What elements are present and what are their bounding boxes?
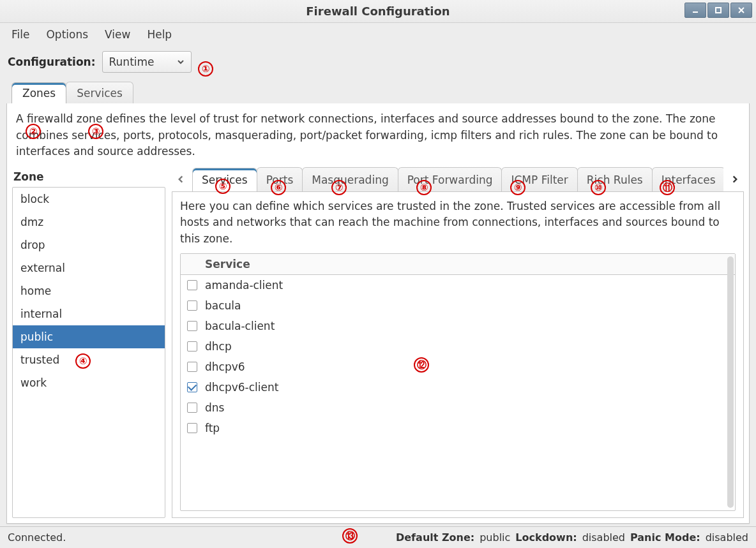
status-lockdown-label: Lockdown:: [515, 531, 577, 544]
main-panel: A firewalld zone defines the level of tr…: [6, 103, 750, 524]
configuration-dropdown[interactable]: Runtime: [102, 51, 192, 73]
zone-item-external[interactable]: external: [13, 256, 165, 279]
service-checkbox[interactable]: [187, 321, 197, 331]
zone-item-internal[interactable]: internal: [13, 302, 165, 325]
scrollbar[interactable]: [727, 256, 734, 508]
statusbar: Connected. Default Zone: public Lockdown…: [0, 526, 756, 548]
zone-list-label: Zone: [12, 167, 165, 187]
inner-tab-port-forwarding[interactable]: Port Forwarding: [398, 167, 503, 191]
menubar: File Options View Help: [0, 23, 756, 46]
service-row[interactable]: dhcpv6: [181, 357, 735, 377]
zone-list[interactable]: blockdmzdropexternalhomeinternalpublictr…: [12, 187, 165, 519]
zone-description: A firewalld zone defines the level of tr…: [12, 108, 744, 167]
service-checkbox[interactable]: [187, 300, 197, 311]
maximize-button[interactable]: [707, 3, 729, 18]
service-name: dhcp: [205, 340, 232, 353]
firewall-config-window: Firewall Configuration File Options View…: [0, 0, 756, 548]
zone-item-work[interactable]: work: [13, 371, 165, 394]
titlebar: Firewall Configuration: [0, 0, 756, 23]
zone-item-dmz[interactable]: dmz: [13, 211, 165, 233]
minimize-button[interactable]: [684, 3, 706, 18]
service-name: amanda-client: [205, 279, 283, 292]
tab-zones[interactable]: Zones: [11, 82, 66, 103]
status-default-zone-label: Default Zone:: [396, 531, 474, 544]
configuration-row: Configuration: Runtime: [0, 46, 756, 78]
service-name: bacula-client: [205, 320, 275, 332]
status-lockdown-value: disabled: [582, 531, 625, 544]
services-table[interactable]: Service amanda-clientbaculabacula-client…: [180, 253, 736, 511]
status-connected: Connected.: [8, 531, 66, 544]
inner-tab-masquerading[interactable]: Masquerading: [302, 167, 398, 191]
menu-view[interactable]: View: [102, 27, 133, 42]
service-checkbox[interactable]: [187, 423, 197, 433]
status-panic-value: disabled: [706, 531, 748, 544]
service-row[interactable]: amanda-client: [181, 275, 735, 295]
status-panic-label: Panic Mode:: [630, 531, 700, 544]
inner-tab-rich-rules[interactable]: Rich Rules: [577, 167, 653, 191]
service-checkbox[interactable]: [187, 341, 197, 352]
zone-item-block[interactable]: block: [13, 188, 165, 211]
window-buttons: [684, 3, 752, 18]
detail-column: Services Ports Masquerading Port Forward…: [172, 167, 744, 519]
menu-file[interactable]: File: [9, 27, 32, 42]
services-description: Here you can define which services are t…: [180, 198, 736, 248]
inner-tabs-row: Services Ports Masquerading Port Forward…: [172, 167, 744, 192]
inner-tab-icmp-filter[interactable]: ICMP Filter: [501, 167, 577, 191]
tabs-scroll-left-button[interactable]: [172, 167, 190, 192]
tabs-scroll-right-button[interactable]: [726, 167, 744, 192]
service-checkbox[interactable]: [187, 403, 197, 413]
services-table-header: Service: [181, 254, 735, 275]
close-button[interactable]: [730, 3, 752, 18]
menu-options[interactable]: Options: [43, 27, 91, 42]
services-header-service: Service: [205, 258, 250, 270]
service-row[interactable]: dns: [181, 397, 735, 418]
service-checkbox[interactable]: [187, 362, 197, 372]
service-row[interactable]: dhcp: [181, 336, 735, 357]
status-default-zone-value: public: [480, 531, 510, 544]
zone-item-public[interactable]: public: [13, 325, 165, 348]
service-row[interactable]: bacula: [181, 295, 735, 316]
zone-column: Zone blockdmzdropexternalhomeinternalpub…: [12, 167, 165, 519]
service-checkbox[interactable]: [187, 280, 197, 290]
window-title: Firewall Configuration: [306, 4, 450, 18]
zone-item-trusted[interactable]: trusted: [13, 348, 165, 371]
inner-tab-interfaces[interactable]: Interfaces: [652, 167, 723, 191]
configuration-label: Configuration:: [8, 56, 96, 68]
workarea: Zone blockdmzdropexternalhomeinternalpub…: [12, 167, 744, 519]
service-name: dns: [205, 401, 224, 414]
service-row[interactable]: bacula-client: [181, 316, 735, 336]
svg-rect-1: [716, 8, 721, 13]
tab-services[interactable]: Services: [66, 82, 133, 103]
inner-tab-services[interactable]: Services: [192, 168, 257, 191]
service-row[interactable]: dhcpv6-client: [181, 377, 735, 397]
inner-tab-ports[interactable]: Ports: [257, 167, 303, 191]
service-name: dhcpv6: [205, 360, 245, 373]
service-name: ftp: [205, 422, 220, 434]
services-panel: Here you can define which services are t…: [172, 191, 744, 519]
menu-help[interactable]: Help: [144, 27, 174, 42]
inner-tabs: Services Ports Masquerading Port Forward…: [192, 167, 723, 191]
service-checkbox[interactable]: [187, 382, 197, 392]
service-name: bacula: [205, 299, 241, 312]
chevron-down-icon: [177, 56, 185, 68]
zone-item-drop[interactable]: drop: [13, 233, 165, 256]
service-row[interactable]: ftp: [181, 418, 735, 438]
zone-item-home[interactable]: home: [13, 279, 165, 302]
top-tabs: Zones Services: [0, 78, 756, 103]
configuration-value: Runtime: [109, 56, 155, 68]
service-name: dhcpv6-client: [205, 381, 278, 394]
